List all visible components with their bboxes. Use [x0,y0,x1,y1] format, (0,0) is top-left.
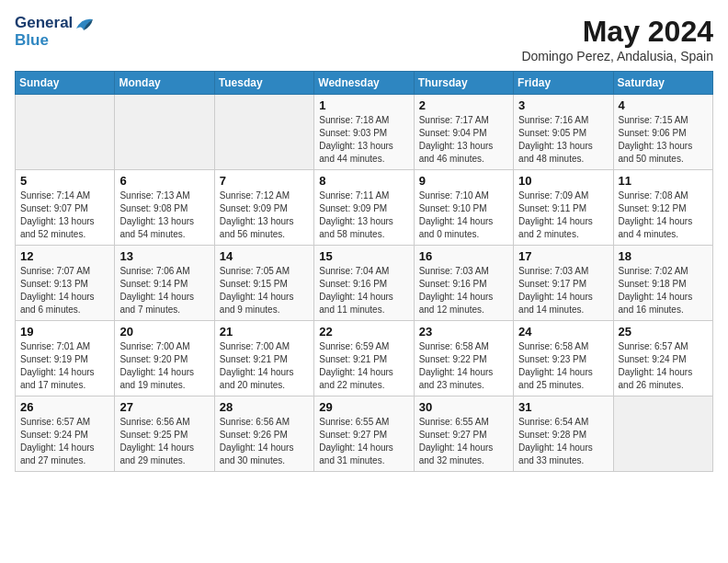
calendar-cell: 5Sunrise: 7:14 AMSunset: 9:07 PMDaylight… [16,170,115,246]
calendar-cell: 6Sunrise: 7:13 AMSunset: 9:08 PMDaylight… [115,170,214,246]
calendar-week-row: 5Sunrise: 7:14 AMSunset: 9:07 PMDaylight… [16,170,713,246]
page-header: General Blue May 2024 Domingo Perez, And… [15,15,713,63]
day-info: Sunrise: 6:54 AMSunset: 9:28 PMDaylight:… [518,416,608,467]
weekday-header: Monday [115,72,214,95]
day-number: 2 [419,98,508,112]
calendar-cell: 1Sunrise: 7:18 AMSunset: 9:03 PMDaylight… [314,95,414,170]
calendar-cell: 26Sunrise: 6:57 AMSunset: 9:24 PMDayligh… [16,396,115,472]
calendar-cell: 9Sunrise: 7:10 AMSunset: 9:10 PMDaylight… [414,170,513,246]
day-info: Sunrise: 6:59 AMSunset: 9:21 PMDaylight:… [319,340,408,392]
day-number: 25 [619,325,708,339]
day-number: 13 [119,249,209,263]
day-number: 19 [20,325,109,339]
day-info: Sunrise: 7:08 AMSunset: 9:12 PMDaylight:… [619,190,708,241]
day-number: 1 [319,98,408,112]
day-number: 7 [220,174,309,188]
weekday-header: Sunday [16,72,115,95]
weekday-header: Thursday [414,72,513,95]
calendar-cell: 8Sunrise: 7:11 AMSunset: 9:09 PMDaylight… [314,170,414,246]
day-number: 4 [619,98,708,112]
day-info: Sunrise: 7:11 AMSunset: 9:09 PMDaylight:… [319,190,408,241]
day-info: Sunrise: 7:09 AMSunset: 9:11 PMDaylight:… [518,190,608,241]
weekday-header: Friday [514,72,613,95]
calendar-cell: 28Sunrise: 6:56 AMSunset: 9:26 PMDayligh… [214,396,313,472]
day-number: 26 [20,400,109,414]
day-number: 17 [518,249,608,263]
day-info: Sunrise: 7:03 AMSunset: 9:16 PMDaylight:… [419,265,508,316]
day-number: 22 [319,325,408,339]
day-info: Sunrise: 7:16 AMSunset: 9:05 PMDaylight:… [518,114,608,166]
calendar-cell: 14Sunrise: 7:05 AMSunset: 9:15 PMDayligh… [214,246,313,321]
day-number: 9 [419,174,508,188]
logo-line1: General [15,15,95,32]
day-number: 10 [518,174,608,188]
day-number: 30 [419,400,508,414]
title-area: May 2024 Domingo Perez, Andalusia, Spain [521,15,713,63]
day-info: Sunrise: 7:00 AMSunset: 9:20 PMDaylight:… [119,340,209,392]
calendar-cell: 15Sunrise: 7:04 AMSunset: 9:16 PMDayligh… [314,246,414,321]
day-number: 29 [319,400,408,414]
calendar-cell: 2Sunrise: 7:17 AMSunset: 9:04 PMDaylight… [414,95,513,170]
day-number: 28 [220,400,309,414]
calendar-cell: 7Sunrise: 7:12 AMSunset: 9:09 PMDaylight… [214,170,313,246]
calendar-cell [613,396,712,472]
weekday-header: Tuesday [214,72,313,95]
day-number: 23 [419,325,508,339]
calendar-cell: 24Sunrise: 6:58 AMSunset: 9:23 PMDayligh… [514,321,613,396]
day-number: 8 [319,174,408,188]
location-subtitle: Domingo Perez, Andalusia, Spain [521,49,713,63]
day-info: Sunrise: 7:12 AMSunset: 9:09 PMDaylight:… [220,190,309,241]
calendar-cell: 12Sunrise: 7:07 AMSunset: 9:13 PMDayligh… [16,246,115,321]
day-info: Sunrise: 7:06 AMSunset: 9:14 PMDaylight:… [119,265,209,316]
calendar-cell: 30Sunrise: 6:55 AMSunset: 9:27 PMDayligh… [414,396,513,472]
day-number: 6 [119,174,209,188]
day-number: 15 [319,249,408,263]
calendar-cell: 29Sunrise: 6:55 AMSunset: 9:27 PMDayligh… [314,396,414,472]
day-info: Sunrise: 7:15 AMSunset: 9:06 PMDaylight:… [619,114,708,166]
day-info: Sunrise: 7:01 AMSunset: 9:19 PMDaylight:… [20,340,109,392]
day-number: 21 [220,325,309,339]
calendar-cell: 13Sunrise: 7:06 AMSunset: 9:14 PMDayligh… [115,246,214,321]
day-number: 27 [119,400,209,414]
day-info: Sunrise: 6:57 AMSunset: 9:24 PMDaylight:… [619,340,708,392]
calendar-cell: 10Sunrise: 7:09 AMSunset: 9:11 PMDayligh… [514,170,613,246]
weekday-header: Wednesday [314,72,414,95]
day-number: 18 [619,249,708,263]
day-number: 3 [518,98,608,112]
calendar-cell: 21Sunrise: 7:00 AMSunset: 9:21 PMDayligh… [214,321,313,396]
calendar-cell [115,95,214,170]
calendar-week-row: 12Sunrise: 7:07 AMSunset: 9:13 PMDayligh… [16,246,713,321]
day-info: Sunrise: 7:18 AMSunset: 9:03 PMDaylight:… [319,114,408,166]
calendar-cell: 19Sunrise: 7:01 AMSunset: 9:19 PMDayligh… [16,321,115,396]
calendar-cell: 16Sunrise: 7:03 AMSunset: 9:16 PMDayligh… [414,246,513,321]
day-info: Sunrise: 7:05 AMSunset: 9:15 PMDaylight:… [220,265,309,316]
weekday-header: Saturday [613,72,712,95]
day-info: Sunrise: 7:00 AMSunset: 9:21 PMDaylight:… [220,340,309,392]
day-info: Sunrise: 7:04 AMSunset: 9:16 PMDaylight:… [319,265,408,316]
logo-line2: Blue [15,32,95,50]
calendar-cell: 22Sunrise: 6:59 AMSunset: 9:21 PMDayligh… [314,321,414,396]
day-number: 5 [20,174,109,188]
calendar-week-row: 1Sunrise: 7:18 AMSunset: 9:03 PMDaylight… [16,95,713,170]
day-number: 14 [220,249,309,263]
calendar-cell: 20Sunrise: 7:00 AMSunset: 9:20 PMDayligh… [115,321,214,396]
calendar-cell: 31Sunrise: 6:54 AMSunset: 9:28 PMDayligh… [514,396,613,472]
day-info: Sunrise: 7:10 AMSunset: 9:10 PMDaylight:… [419,190,508,241]
day-number: 20 [119,325,209,339]
calendar-cell: 4Sunrise: 7:15 AMSunset: 9:06 PMDaylight… [613,95,712,170]
calendar-cell: 27Sunrise: 6:56 AMSunset: 9:25 PMDayligh… [115,396,214,472]
calendar-table: SundayMondayTuesdayWednesdayThursdayFrid… [15,71,713,472]
day-info: Sunrise: 6:56 AMSunset: 9:26 PMDaylight:… [220,416,309,467]
day-info: Sunrise: 7:17 AMSunset: 9:04 PMDaylight:… [419,114,508,166]
day-info: Sunrise: 7:13 AMSunset: 9:08 PMDaylight:… [119,190,209,241]
day-info: Sunrise: 7:03 AMSunset: 9:17 PMDaylight:… [518,265,608,316]
calendar-cell: 23Sunrise: 6:58 AMSunset: 9:22 PMDayligh… [414,321,513,396]
day-info: Sunrise: 7:02 AMSunset: 9:18 PMDaylight:… [619,265,708,316]
calendar-cell: 18Sunrise: 7:02 AMSunset: 9:18 PMDayligh… [613,246,712,321]
day-info: Sunrise: 6:58 AMSunset: 9:23 PMDaylight:… [518,340,608,392]
day-info: Sunrise: 6:55 AMSunset: 9:27 PMDaylight:… [319,416,408,467]
calendar-week-row: 26Sunrise: 6:57 AMSunset: 9:24 PMDayligh… [16,396,713,472]
calendar-cell: 11Sunrise: 7:08 AMSunset: 9:12 PMDayligh… [613,170,712,246]
day-info: Sunrise: 6:56 AMSunset: 9:25 PMDaylight:… [119,416,209,467]
day-number: 16 [419,249,508,263]
